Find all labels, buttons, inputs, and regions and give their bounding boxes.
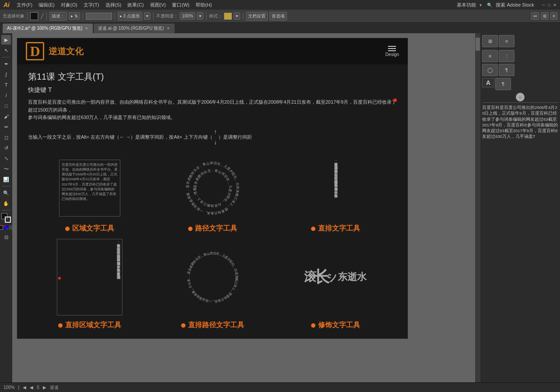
line-tool[interactable]: / <box>1 91 11 100</box>
area-text-example: 百度百科是百度公司推出的一部内容开放、自由的网络百科全书平台。其测试版于2006… <box>28 154 151 233</box>
scale-tool[interactable]: ⤡ <box>1 154 11 163</box>
maximize-button[interactable]: □ <box>548 3 550 7</box>
points-select[interactable]: ▸ 3 点圆形 <box>118 12 142 21</box>
rp-align-h[interactable]: ≡ <box>482 50 498 62</box>
hamburger-line-2 <box>388 48 396 49</box>
menu-window[interactable]: 窗口(W) <box>169 1 192 9</box>
grid-button[interactable]: ⊞ <box>541 12 549 20</box>
status-info: 逆道 <box>50 385 59 391</box>
minimize-button[interactable]: ─ <box>542 3 545 7</box>
v-area-anchor <box>58 277 61 280</box>
arrange-button[interactable]: ⇔ <box>531 12 539 20</box>
toolbar-separator6 <box>206 12 206 20</box>
opacity-dropdown[interactable]: ▾ <box>197 12 203 20</box>
tool-separator <box>2 57 10 57</box>
scrollbar-thumb[interactable] <box>476 38 480 51</box>
basic-function[interactable]: 基本功能 <box>454 1 479 9</box>
toolbar: 无选择对象 ╱ 描述： ▸ ⇅ ▸ 3 点圆形 ▾ 不透明度： 100% ▾ 样… <box>0 10 560 23</box>
preferences-button[interactable]: 首选项 <box>270 12 287 21</box>
v-path-label: 直排路径文字工具 <box>188 321 244 330</box>
style-swatch[interactable] <box>224 13 232 20</box>
path-text-circle: 是非成败转头空，青山依旧在，几度夕阳红。白发渔樵江渚上，惯看秋月春风。一壶浊酒喜… <box>180 155 245 221</box>
prev-button[interactable]: ◀ <box>23 385 26 390</box>
deco-dot <box>311 323 315 328</box>
opacity-value[interactable]: 100% <box>180 12 196 20</box>
page-indicator: ◀ <box>30 385 33 390</box>
shape-tool[interactable]: □ <box>1 101 11 111</box>
deco-text-visual: 滚 长 シ 东逝水 <box>274 235 397 318</box>
path-text-visual: 是非成败转头空，青山依旧在，几度夕阳红。白发渔樵江渚上，惯看秋月春风。一壶浊酒喜… <box>151 154 274 222</box>
path-text-label: 路径文字工具 <box>195 224 237 233</box>
deco-text-container: 滚 长 シ 东逝水 <box>274 239 397 315</box>
menu-edit[interactable]: 编辑(E) <box>36 1 57 9</box>
close-button[interactable]: ✕ <box>553 3 556 7</box>
v-path-text-example: 是非成败转头空，青山依旧在，几度夕阳红。白发渔樵江渚上，惯看秋月春风，一壶浊酒喜… <box>151 235 274 330</box>
toolbar-separator <box>27 12 28 20</box>
pen-tool[interactable]: ✒ <box>1 59 11 69</box>
menu-text[interactable]: 文字(T) <box>81 1 102 9</box>
desc-text-end: ）是调整行间距 <box>218 134 252 139</box>
menu-effect[interactable]: 效果(C) <box>125 1 146 9</box>
hamburger-menu[interactable]: Design <box>385 46 399 57</box>
area-text-label-row: 区域文字工具 <box>65 224 114 233</box>
logo-icon: D <box>26 42 44 60</box>
vertical-text-dot <box>311 227 315 231</box>
blend-select[interactable]: ▸ ⇅ <box>69 12 80 20</box>
design-label: Design <box>385 52 399 57</box>
next-button[interactable]: ▶ <box>43 385 46 390</box>
left-tools-panel: ▶ ↖ ✒ ∫ T / □ 🖌 ✏ ◻ ↺ ⤡ 〜 📊 🔍 ✋ ⊡ <box>0 33 12 382</box>
search-stock[interactable]: 搜索 Adobe Stock <box>493 1 536 9</box>
rp-circle-icon: ○ <box>482 93 558 102</box>
rp-align-v[interactable]: ⋮ <box>499 50 514 62</box>
type-tool[interactable]: T <box>1 80 11 90</box>
points-dropdown[interactable]: ▾ <box>144 12 150 20</box>
tab-close-1[interactable]: ✕ <box>85 26 88 31</box>
more-button[interactable]: ≡ <box>550 12 557 20</box>
hand-tool[interactable]: ✋ <box>1 199 11 208</box>
gradient-swatch[interactable] <box>4 225 8 230</box>
curvature-tool[interactable]: ∫ <box>1 70 11 79</box>
menu-file[interactable]: 文件(F) <box>14 1 35 9</box>
deco-text-rest: 东逝水 <box>338 270 367 284</box>
zoom-tool[interactable]: 🔍 <box>1 188 11 198</box>
graph-tool[interactable]: 📊 <box>1 175 11 184</box>
fill-color-swatch[interactable] <box>30 12 38 20</box>
menu-view[interactable]: 视图(V) <box>147 1 169 9</box>
rp-circle-btn[interactable]: ○ <box>516 93 525 102</box>
deco-text-example: 滚 长 シ 东逝水 修饰文字工具 <box>274 235 397 330</box>
vertical-scrollbar[interactable] <box>475 33 480 382</box>
warp-tool[interactable]: 〜 <box>1 164 11 174</box>
canvas-area[interactable]: D 逆道文化 Design 第11课 文字工具(T) 快捷键 T <box>12 33 480 382</box>
rp-circle[interactable]: ◯ <box>482 64 498 76</box>
menu-help[interactable]: 帮助(H) <box>193 1 214 9</box>
rp-pilcrow[interactable]: ¶ <box>495 78 511 90</box>
tab-file1[interactable]: AI-课件2.ai* @ 100% (RGB/GPU 预览) ✕ <box>3 24 93 33</box>
menu-select[interactable]: 选择(S) <box>103 1 124 9</box>
rp-icons-group: ⊞ ≡ <box>482 35 514 47</box>
rp-more-button[interactable]: ≡ <box>499 35 514 47</box>
tab-file2[interactable]: 逆道.ai @ 100% (RGB/GPU 预览) ✕ <box>94 24 174 33</box>
eraser-tool[interactable]: ◻ <box>1 133 11 142</box>
doc-settings-button[interactable]: 文档设置 <box>246 12 268 21</box>
page-number: 5 <box>37 385 39 390</box>
rotate-tool[interactable]: ↺ <box>1 143 11 153</box>
rp-para[interactable]: ¶ <box>499 64 514 76</box>
rp-ai-label: A <box>482 78 494 88</box>
rp-align-button[interactable]: ⊞ <box>482 35 498 47</box>
select-tool[interactable]: ▶ <box>1 35 11 45</box>
stroke-box[interactable] <box>5 217 11 223</box>
v-area-label: 直排区域文字工具 <box>65 321 121 330</box>
menu-object[interactable]: 对象(O) <box>58 1 80 9</box>
direct-select-tool[interactable]: ↖ <box>1 46 11 55</box>
none-swatch[interactable] <box>0 225 3 230</box>
rp-row2: ◯ ¶ <box>482 64 558 76</box>
style-dropdown[interactable]: ▾ <box>234 12 240 20</box>
tab-close-2[interactable]: ✕ <box>167 26 170 31</box>
paintbrush-tool[interactable]: 🖌 <box>1 112 11 121</box>
pencil-tool[interactable]: ✏ <box>1 122 11 132</box>
stroke-weight-field[interactable] <box>86 13 112 20</box>
doc-shortcut: 快捷键 T <box>28 86 397 94</box>
v-area-text-box: 非成败转头空，青山依旧在，几度夕阳红。白发渔樵江渚上，惯看秋月春风。一壶浊酒喜相… <box>57 239 122 315</box>
v-area-text-example: 非成败转头空，青山依旧在，几度夕阳红。白发渔樵江渚上，惯看秋月春风。一壶浊酒喜相… <box>28 235 151 330</box>
screen-mode-tool[interactable]: ⊡ <box>1 232 11 242</box>
